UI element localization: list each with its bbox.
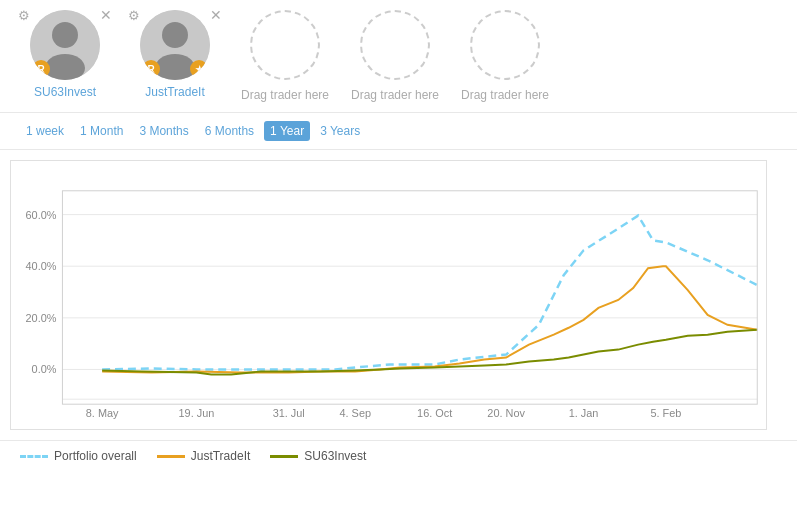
badge-r-justtradeit: R — [142, 60, 160, 78]
drag-label-2: Drag trader here — [351, 88, 439, 102]
svg-text:40.0%: 40.0% — [26, 260, 57, 272]
legend-label-su63invest: SU63Invest — [304, 449, 366, 463]
chart-legend: Portfolio overall JustTradeIt SU63Invest — [0, 440, 797, 473]
svg-point-1 — [52, 22, 78, 48]
legend-item-portfolio: Portfolio overall — [20, 449, 137, 463]
trader-card-placeholder3: Drag trader here — [460, 10, 550, 102]
legend-item-justtradeit: JustTradeIt — [157, 449, 251, 463]
time-btn-1month[interactable]: 1 Month — [74, 121, 129, 141]
trader-name-justtradeit[interactable]: JustTradeIt — [145, 85, 205, 99]
legend-line-portfolio — [20, 455, 48, 458]
trader-card-placeholder1: Drag trader here — [240, 10, 330, 102]
time-filters: 1 week 1 Month 3 Months 6 Months 1 Year … — [0, 113, 797, 150]
trader-name-su63invest[interactable]: SU63Invest — [34, 85, 96, 99]
settings-icon-justtradeit[interactable]: ⚙ — [128, 8, 140, 23]
close-icon-justtradeit[interactable]: ✕ — [210, 8, 222, 22]
chart-svg: 60.0% 40.0% 20.0% 0.0% 8. May 19. Jun 31… — [10, 160, 767, 430]
avatar-su63invest: R — [30, 10, 100, 80]
time-btn-1year[interactable]: 1 Year — [264, 121, 310, 141]
svg-text:16. Oct: 16. Oct — [417, 407, 452, 419]
trader-card-justtradeit: ⚙ ✕ R ★ JustTradeIt — [130, 10, 220, 99]
svg-text:1. Jan: 1. Jan — [569, 407, 599, 419]
drag-placeholder-2: Drag trader here — [351, 10, 439, 102]
svg-text:20.0%: 20.0% — [26, 312, 57, 324]
legend-line-su63invest — [270, 455, 298, 458]
time-btn-3months[interactable]: 3 Months — [133, 121, 194, 141]
legend-line-justtradeit — [157, 455, 185, 458]
legend-label-portfolio: Portfolio overall — [54, 449, 137, 463]
svg-text:60.0%: 60.0% — [26, 209, 57, 221]
trader-card-su63invest: ⚙ ✕ R SU63Invest — [20, 10, 110, 99]
svg-text:31. Jul: 31. Jul — [273, 407, 305, 419]
drag-placeholder-1: Drag trader here — [241, 10, 329, 102]
badge-r-su63invest: R — [32, 60, 50, 78]
drag-circle-1 — [250, 10, 320, 80]
svg-text:5. Feb: 5. Feb — [650, 407, 681, 419]
svg-text:19. Jun: 19. Jun — [179, 407, 215, 419]
drag-label-3: Drag trader here — [461, 88, 549, 102]
time-btn-3years[interactable]: 3 Years — [314, 121, 366, 141]
chart-area: 60.0% 40.0% 20.0% 0.0% 8. May 19. Jun 31… — [0, 150, 797, 440]
trader-card-placeholder2: Drag trader here — [350, 10, 440, 102]
drag-circle-2 — [360, 10, 430, 80]
avatar-justtradeit: R ★ — [140, 10, 210, 80]
badge-star-justtradeit: ★ — [190, 60, 208, 78]
svg-text:8. May: 8. May — [86, 407, 119, 419]
close-icon-su63invest[interactable]: ✕ — [100, 8, 112, 22]
time-btn-1week[interactable]: 1 week — [20, 121, 70, 141]
drag-circle-3 — [470, 10, 540, 80]
svg-text:4. Sep: 4. Sep — [339, 407, 371, 419]
svg-text:0.0%: 0.0% — [32, 363, 57, 375]
legend-item-su63invest: SU63Invest — [270, 449, 366, 463]
settings-icon-su63invest[interactable]: ⚙ — [18, 8, 30, 23]
traders-row: ⚙ ✕ R SU63Invest ⚙ ✕ — [0, 0, 797, 113]
drag-label-1: Drag trader here — [241, 88, 329, 102]
legend-label-justtradeit: JustTradeIt — [191, 449, 251, 463]
svg-point-4 — [162, 22, 188, 48]
svg-text:20. Nov: 20. Nov — [487, 407, 525, 419]
time-btn-6months[interactable]: 6 Months — [199, 121, 260, 141]
drag-placeholder-3: Drag trader here — [461, 10, 549, 102]
